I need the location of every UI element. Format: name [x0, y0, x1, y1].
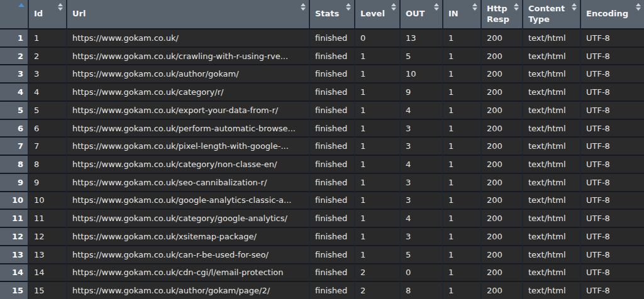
cell-level[interactable]: 1 — [354, 82, 399, 101]
cell-out[interactable]: 4 — [399, 209, 442, 227]
cell-out[interactable]: 3 — [399, 136, 442, 155]
cell-in[interactable]: 1 — [442, 191, 480, 209]
cell-content-type[interactable]: text/html — [522, 209, 580, 227]
cell-level[interactable]: 1 — [354, 155, 399, 173]
cell-id[interactable]: 2 — [28, 46, 66, 65]
cell-stats[interactable]: finished — [309, 281, 354, 299]
cell-url[interactable]: https://www.gokam.co.uk/author/gokam/ — [66, 64, 309, 82]
column-header-id[interactable]: Id — [28, 0, 66, 28]
row-number-cell[interactable]: 3 — [0, 64, 28, 82]
row-number-cell[interactable]: 14 — [0, 263, 28, 281]
cell-stats[interactable]: finished — [309, 119, 354, 137]
cell-level[interactable]: 1 — [354, 173, 399, 191]
cell-in[interactable]: 1 — [442, 245, 480, 263]
cell-id[interactable]: 7 — [28, 136, 66, 155]
cell-content-type[interactable]: text/html — [522, 46, 580, 65]
cell-in[interactable]: 1 — [442, 209, 480, 227]
cell-url[interactable]: https://www.gokam.co.uk/ — [66, 28, 309, 46]
cell-stats[interactable]: finished — [309, 209, 354, 227]
cell-content-type[interactable]: text/html — [522, 64, 580, 82]
cell-out[interactable]: 4 — [399, 101, 442, 119]
cell-level[interactable]: 1 — [354, 245, 399, 263]
cell-http-resp[interactable]: 200 — [480, 281, 522, 299]
cell-in[interactable]: 1 — [442, 64, 480, 82]
row-number-cell[interactable]: 8 — [0, 155, 28, 173]
column-header-level[interactable]: Level — [354, 0, 399, 28]
cell-url[interactable]: https://www.gokam.co.uk/author/gokam/pag… — [66, 281, 309, 299]
cell-out[interactable]: 3 — [399, 119, 442, 137]
cell-stats[interactable]: finished — [309, 136, 354, 155]
cell-out[interactable]: 5 — [399, 46, 442, 65]
cell-in[interactable]: 1 — [442, 101, 480, 119]
row-number-cell[interactable]: 2 — [0, 46, 28, 65]
cell-content-type[interactable]: text/html — [522, 227, 580, 245]
cell-id[interactable]: 4 — [28, 82, 66, 101]
cell-in[interactable]: 1 — [442, 173, 480, 191]
cell-stats[interactable]: finished — [309, 155, 354, 173]
row-number-cell[interactable]: 9 — [0, 173, 28, 191]
cell-url[interactable]: https://www.gokam.co.uk/category/non-cla… — [66, 155, 309, 173]
cell-encoding[interactable]: UTF-8 — [580, 82, 644, 101]
cell-http-resp[interactable]: 200 — [480, 191, 522, 209]
cell-http-resp[interactable]: 200 — [480, 46, 522, 65]
cell-encoding[interactable]: UTF-8 — [580, 173, 644, 191]
cell-id[interactable]: 8 — [28, 155, 66, 173]
cell-out[interactable]: 0 — [399, 263, 442, 281]
cell-url[interactable]: https://www.gokam.co.uk/category/google-… — [66, 209, 309, 227]
cell-encoding[interactable]: UTF-8 — [580, 64, 644, 82]
cell-content-type[interactable]: text/html — [522, 173, 580, 191]
cell-level[interactable]: 1 — [354, 119, 399, 137]
cell-http-resp[interactable]: 200 — [480, 209, 522, 227]
cell-url[interactable]: https://www.gokam.co.uk/pixel-length-wit… — [66, 136, 309, 155]
column-header-stats[interactable]: Stats — [309, 0, 354, 28]
cell-in[interactable]: 1 — [442, 28, 480, 46]
cell-encoding[interactable]: UTF-8 — [580, 209, 644, 227]
cell-out[interactable]: 4 — [399, 155, 442, 173]
cell-encoding[interactable]: UTF-8 — [580, 263, 644, 281]
cell-stats[interactable]: finished — [309, 191, 354, 209]
row-number-cell[interactable]: 1 — [0, 28, 28, 46]
cell-url[interactable]: https://www.gokam.co.uk/can-r-be-used-fo… — [66, 245, 309, 263]
cell-stats[interactable]: finished — [309, 227, 354, 245]
cell-level[interactable]: 2 — [354, 281, 399, 299]
cell-content-type[interactable]: text/html — [522, 82, 580, 101]
cell-content-type[interactable]: text/html — [522, 101, 580, 119]
cell-encoding[interactable]: UTF-8 — [580, 28, 644, 46]
cell-url[interactable]: https://www.gokam.co.uk/xsitemap-package… — [66, 227, 309, 245]
cell-out[interactable]: 8 — [399, 281, 442, 299]
cell-in[interactable]: 1 — [442, 155, 480, 173]
cell-level[interactable]: 1 — [354, 101, 399, 119]
cell-stats[interactable]: finished — [309, 263, 354, 281]
cell-encoding[interactable]: UTF-8 — [580, 245, 644, 263]
column-header-encoding[interactable]: Encoding — [580, 0, 644, 28]
row-number-cell[interactable]: 4 — [0, 82, 28, 101]
cell-id[interactable]: 11 — [28, 209, 66, 227]
cell-url[interactable]: https://www.gokam.co.uk/cdn-cgi/l/email-… — [66, 263, 309, 281]
cell-id[interactable]: 12 — [28, 227, 66, 245]
cell-in[interactable]: 1 — [442, 263, 480, 281]
cell-url[interactable]: https://www.gokam.co.uk/perform-automati… — [66, 119, 309, 137]
cell-stats[interactable]: finished — [309, 173, 354, 191]
cell-encoding[interactable]: UTF-8 — [580, 136, 644, 155]
cell-http-resp[interactable]: 200 — [480, 173, 522, 191]
cell-content-type[interactable]: text/html — [522, 263, 580, 281]
cell-http-resp[interactable]: 200 — [480, 64, 522, 82]
cell-url[interactable]: https://www.gokam.co.uk/category/r/ — [66, 82, 309, 101]
cell-out[interactable]: 5 — [399, 245, 442, 263]
row-number-cell[interactable]: 6 — [0, 119, 28, 137]
cell-out[interactable]: 10 — [399, 64, 442, 82]
column-header-url[interactable]: Url — [66, 0, 309, 28]
cell-id[interactable]: 10 — [28, 191, 66, 209]
cell-level[interactable]: 1 — [354, 227, 399, 245]
cell-out[interactable]: 9 — [399, 82, 442, 101]
cell-stats[interactable]: finished — [309, 28, 354, 46]
cell-content-type[interactable]: text/html — [522, 245, 580, 263]
cell-out[interactable]: 3 — [399, 191, 442, 209]
cell-id[interactable]: 5 — [28, 101, 66, 119]
cell-encoding[interactable]: UTF-8 — [580, 281, 644, 299]
cell-id[interactable]: 15 — [28, 281, 66, 299]
cell-http-resp[interactable]: 200 — [480, 136, 522, 155]
cell-level[interactable]: 1 — [354, 191, 399, 209]
cell-in[interactable]: 1 — [442, 82, 480, 101]
cell-in[interactable]: 1 — [442, 46, 480, 65]
